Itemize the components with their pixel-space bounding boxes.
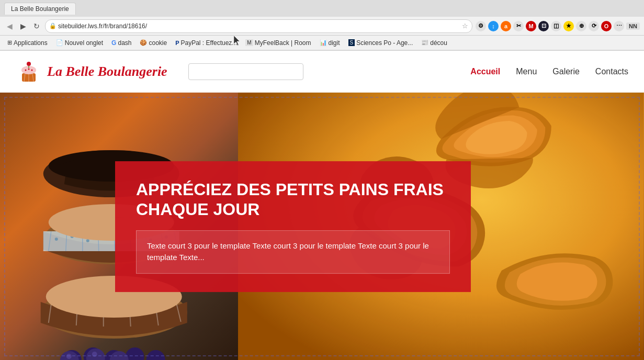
- bookmark-cookie[interactable]: 🍪 cookie: [137, 38, 170, 48]
- bookmark-applications[interactable]: ⊞ Applications: [4, 38, 51, 48]
- address-input[interactable]: [45, 19, 472, 33]
- forward-button[interactable]: ▶: [18, 21, 28, 31]
- reload-button[interactable]: ↻: [31, 21, 42, 31]
- svg-point-49: [92, 352, 97, 357]
- ext2-icon[interactable]: ⟳: [589, 21, 599, 31]
- sciences-po-icon: S: [348, 39, 355, 46]
- gmail-icon[interactable]: M: [526, 21, 536, 31]
- page-icon: 📄: [56, 39, 63, 46]
- bookmark-decou[interactable]: 📰 décou: [418, 38, 450, 48]
- paypal-icon: P: [175, 40, 179, 46]
- bookmark-sciences-po[interactable]: S Sciences Po - Age...: [345, 38, 416, 48]
- ext3-icon[interactable]: ⋯: [614, 21, 624, 31]
- site-search-input[interactable]: [188, 63, 303, 80]
- nb-badge: NN: [626, 22, 640, 30]
- hero-text-box: Texte court 3 pour le template Texte cou…: [136, 230, 450, 274]
- active-tab[interactable]: La Belle Boulangerie: [4, 3, 76, 15]
- nav-accueil[interactable]: Accueil: [470, 67, 500, 76]
- news-icon: 📰: [421, 39, 428, 46]
- myfeelback-icon: M: [245, 39, 253, 46]
- bookmark-digit[interactable]: 📊 digit: [317, 38, 343, 48]
- bookmark-nouvel-onglet[interactable]: 📄 Nouvel onglet: [53, 38, 106, 48]
- hero-section: APPRÉCIEZ DES PETITS PAINS FRAIS CHAQUE …: [0, 93, 644, 360]
- extensions-icon[interactable]: ⚙: [476, 21, 486, 31]
- tool2-icon[interactable]: ⊡: [538, 21, 549, 31]
- digit-icon: 📊: [320, 39, 327, 46]
- browser-icons-right: ⚙ ↕ a ✂ M ⊡ ◫ ★ ⊕ ⟳ O ⋯ NN: [476, 21, 640, 31]
- tool1-icon[interactable]: ✂: [513, 21, 524, 31]
- nav-menu[interactable]: Menu: [516, 67, 537, 76]
- ext1-icon[interactable]: ⊕: [576, 21, 586, 31]
- cupcake-icon: [16, 59, 42, 85]
- svg-point-48: [66, 354, 72, 359]
- site-nav: Accueil Menu Galerie Contacts: [470, 67, 628, 76]
- site-header: La Belle Boulangerie Accueil Menu Galeri…: [0, 51, 644, 93]
- applications-icon: ⊞: [7, 39, 12, 46]
- tab-bar: La Belle Boulangerie: [0, 0, 644, 17]
- hero-body-text: Texte court 3 pour le template Texte cou…: [147, 240, 439, 264]
- svg-point-44: [146, 350, 165, 360]
- browser-chrome: La Belle Boulangerie ◀ ▶ ↻ 🔒 ☆ ⚙ ↕ a ✂ M…: [0, 0, 644, 51]
- bookmark-myfeelback[interactable]: M MyFeelBack | Room: [242, 38, 314, 48]
- address-bar-row: ◀ ▶ ↻ 🔒 ☆ ⚙ ↕ a ✂ M ⊡ ◫ ★ ⊕ ⟳ O ⋯ NN: [0, 17, 644, 36]
- google-icon: G: [111, 39, 116, 47]
- tool3-icon[interactable]: ◫: [551, 21, 561, 31]
- sync-icon[interactable]: ↕: [488, 21, 499, 31]
- site-logo: La Belle Boulangerie: [16, 59, 167, 85]
- amazon-icon[interactable]: a: [501, 21, 511, 31]
- nav-galerie[interactable]: Galerie: [552, 67, 580, 76]
- svg-point-7: [25, 69, 27, 71]
- back-button[interactable]: ◀: [4, 21, 15, 31]
- hero-headline: APPRÉCIEZ DES PETITS PAINS FRAIS CHAQUE …: [136, 179, 450, 220]
- svg-point-8: [28, 68, 30, 70]
- bookmark-paypal[interactable]: P PayPal : Effectuez...: [172, 38, 240, 48]
- hero-card: APPRÉCIEZ DES PETITS PAINS FRAIS CHAQUE …: [115, 161, 471, 292]
- bookmark-dash[interactable]: G dash: [108, 38, 134, 48]
- lock-icon: 🔒: [49, 22, 57, 29]
- nav-contacts[interactable]: Contacts: [595, 67, 628, 76]
- opera-icon[interactable]: O: [601, 21, 612, 31]
- site-title: La Belle Boulangerie: [47, 64, 167, 80]
- svg-point-31: [86, 239, 89, 242]
- svg-point-29: [55, 238, 58, 241]
- svg-point-9: [31, 69, 33, 71]
- address-field-wrap: 🔒 ☆: [45, 19, 472, 33]
- bookmarks-bar: ⊞ Applications 📄 Nouvel onglet G dash 🍪 …: [0, 36, 644, 50]
- favorites-icon[interactable]: ★: [563, 21, 574, 31]
- cookie-icon: 🍪: [140, 39, 147, 46]
- star-icon[interactable]: ☆: [462, 22, 468, 30]
- svg-point-5: [27, 62, 31, 66]
- website-content: La Belle Boulangerie Accueil Menu Galeri…: [0, 51, 644, 360]
